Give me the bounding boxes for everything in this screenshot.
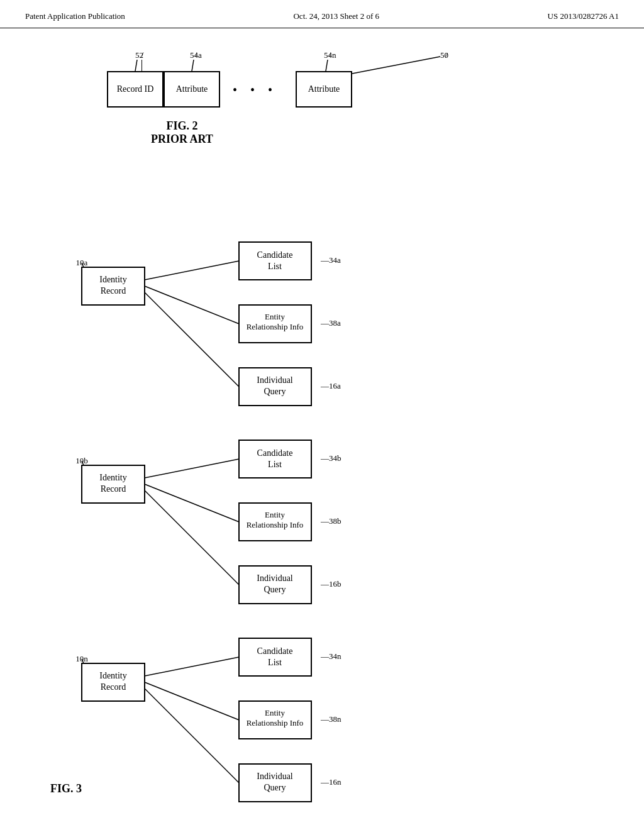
svg-line-30 — [145, 484, 239, 522]
svg-text:—16n: —16n — [320, 777, 341, 787]
label-54n-slash: / — [329, 50, 331, 60]
svg-rect-32 — [239, 440, 311, 478]
svg-text:—16a: —16a — [320, 381, 341, 390]
header-left: Patent Application Publication — [25, 11, 125, 21]
svg-line-11 — [145, 292, 239, 387]
svg-text:Record: Record — [101, 484, 126, 494]
svg-text:Individual: Individual — [257, 573, 293, 583]
svg-text:—38a: —38a — [320, 318, 341, 328]
svg-line-0 — [352, 57, 440, 74]
svg-text:—38n: —38n — [320, 714, 341, 724]
svg-text:—38b: —38b — [320, 516, 341, 526]
svg-text:Record: Record — [101, 286, 126, 296]
label-54a-slash: / — [195, 50, 197, 60]
svg-text:Candidate: Candidate — [257, 250, 293, 260]
attribute-n-box: Attribute — [296, 71, 352, 108]
svg-rect-12 — [239, 242, 311, 280]
svg-line-29 — [145, 459, 239, 478]
svg-text:List: List — [268, 262, 282, 271]
label-52-slash: / — [142, 50, 143, 60]
svg-line-1 — [135, 60, 137, 71]
svg-text:—34b: —34b — [320, 453, 341, 463]
svg-text:Record: Record — [101, 682, 126, 692]
svg-line-49 — [145, 657, 239, 676]
svg-text:Entity: Entity — [265, 708, 285, 717]
svg-text:—16b: —16b — [320, 579, 341, 589]
svg-text:Query: Query — [264, 387, 286, 396]
svg-text:FIG. 3: FIG. 3 — [50, 782, 82, 795]
svg-line-2 — [192, 60, 194, 71]
attribute-a-box: Attribute — [164, 71, 220, 108]
svg-text:Relationship Info: Relationship Info — [247, 718, 304, 728]
svg-rect-52 — [239, 638, 311, 676]
svg-line-50 — [145, 682, 239, 720]
svg-text:List: List — [268, 658, 282, 667]
svg-text:Candidate: Candidate — [257, 646, 293, 656]
label-50-slash: / — [445, 50, 448, 60]
svg-text:Relationship Info: Relationship Info — [247, 322, 304, 331]
header-right: US 2013/0282726 A1 — [548, 11, 619, 21]
svg-text:Identity: Identity — [99, 275, 127, 284]
dots-fig2: • • • — [233, 83, 277, 97]
svg-text:Identity: Identity — [99, 671, 127, 680]
svg-line-31 — [145, 490, 239, 585]
svg-text:Entity: Entity — [265, 312, 285, 321]
svg-text:Query: Query — [264, 585, 286, 594]
svg-text:—34a: —34a — [320, 255, 341, 265]
page-header: Patent Application Publication Oct. 24, … — [0, 0, 644, 28]
svg-text:Query: Query — [264, 783, 286, 792]
svg-text:Relationship Info: Relationship Info — [247, 520, 304, 529]
svg-text:10a: 10a — [76, 258, 88, 267]
svg-text:10b: 10b — [75, 456, 88, 465]
fig3-diagram: Identity Record 10a Candidate List —34a … — [0, 170, 644, 811]
svg-line-9 — [145, 261, 239, 280]
svg-text:Entity: Entity — [265, 510, 285, 519]
label-52-line — [142, 60, 142, 72]
svg-line-51 — [145, 689, 239, 783]
svg-text:List: List — [268, 460, 282, 469]
svg-text:Individual: Individual — [257, 375, 293, 385]
svg-text:Candidate: Candidate — [257, 448, 293, 458]
svg-line-3 — [326, 60, 328, 71]
fig2-arrows — [0, 47, 503, 116]
fig2-caption: FIG. 2PRIOR ART — [151, 119, 213, 146]
svg-text:Identity: Identity — [99, 473, 127, 482]
header-center: Oct. 24, 2013 Sheet 2 of 6 — [293, 11, 379, 21]
svg-text:—34n: —34n — [320, 651, 341, 661]
svg-line-10 — [145, 286, 239, 324]
svg-text:10n: 10n — [75, 654, 88, 663]
record-id-box: Record ID — [107, 71, 164, 108]
svg-text:Individual: Individual — [257, 772, 293, 781]
